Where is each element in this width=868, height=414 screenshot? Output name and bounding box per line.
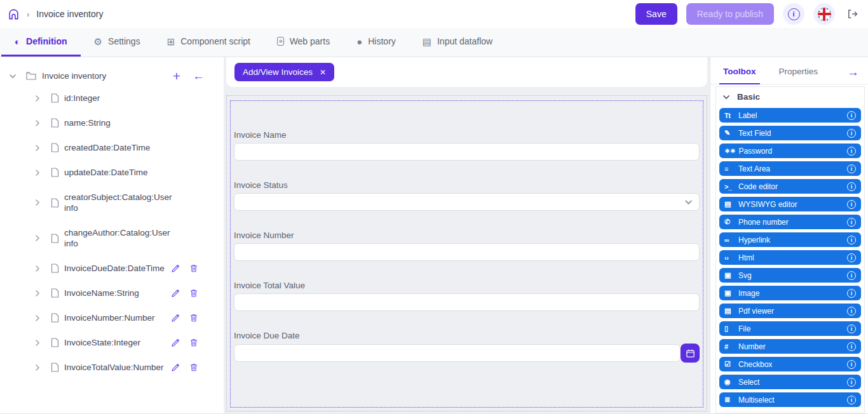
calendar-button[interactable]	[681, 344, 700, 363]
edit-icon[interactable]	[171, 288, 180, 298]
logout-icon[interactable]	[846, 8, 858, 20]
toolbox-item-image[interactable]: ▣ Image i	[719, 286, 861, 300]
toolbox-item-pdf-viewer[interactable]: ▤ Pdf viewer i	[719, 304, 861, 318]
info-icon[interactable]: i	[847, 147, 856, 156]
chevron-right-icon[interactable]	[34, 170, 41, 176]
edit-icon[interactable]	[171, 313, 180, 323]
info-icon[interactable]: i	[847, 289, 856, 298]
home-icon[interactable]	[8, 8, 20, 20]
info-icon[interactable]: i	[847, 378, 856, 387]
edit-icon[interactable]	[171, 264, 180, 273]
toolbox-item-label[interactable]: Tt Label i	[719, 108, 861, 123]
info-icon[interactable]: i	[847, 182, 856, 191]
toolbox-item-text-field[interactable]: ✎ Text Field i	[719, 126, 861, 140]
delete-icon[interactable]	[189, 363, 198, 372]
toolbox-item-text-area[interactable]: ≡ Text Area i	[719, 161, 861, 176]
tab-component-script[interactable]: ⊞ Component script	[154, 28, 264, 57]
toolbox-item-code-editor[interactable]: >_ Code editor i	[719, 179, 861, 194]
info-icon[interactable]: i	[847, 271, 856, 280]
toolbox-item-select[interactable]: ◉ Select i	[719, 375, 861, 389]
toolbox-item-file[interactable]: ▯ File i	[719, 321, 861, 336]
select-input[interactable]	[234, 193, 700, 211]
toolbox-item-svg[interactable]: ▣ Svg i	[719, 268, 861, 283]
info-button[interactable]: i	[783, 3, 804, 25]
chevron-right-icon[interactable]	[34, 145, 41, 151]
text-field-icon: ✎	[724, 129, 735, 137]
chevron-right-icon[interactable]	[34, 315, 41, 321]
tree-item[interactable]: creatorSubject:Catalog:User info	[6, 185, 224, 220]
tree-item[interactable]: InvoiceName:String	[6, 281, 224, 305]
canvas-outer-dropzone[interactable]: Invoice Name Invoice Status Invoice	[226, 95, 707, 411]
canvas-tab[interactable]: Add/View Invoices ✕	[234, 63, 334, 81]
chevron-right-icon[interactable]	[34, 199, 41, 206]
delete-icon[interactable]	[189, 313, 198, 323]
chevron-right-icon[interactable]	[34, 265, 41, 272]
text-input[interactable]	[234, 143, 700, 161]
info-icon[interactable]: i	[847, 164, 856, 173]
hyperlink-icon: ∞	[724, 236, 735, 244]
toolbox-item-number[interactable]: # Number i	[719, 339, 861, 354]
info-icon[interactable]: i	[847, 129, 856, 138]
ready-to-publish-button[interactable]: Ready to publish	[686, 3, 774, 25]
info-icon[interactable]: i	[847, 396, 856, 404]
toolbox-item-hyperlink[interactable]: ∞ Hyperlink i	[719, 232, 861, 247]
tab-input-dataflow[interactable]: ▤ Input dataflow	[409, 28, 506, 57]
toolbox-item-checkbox[interactable]: ☑ Checkbox i	[719, 357, 861, 371]
tree-item[interactable]: InvoiceTotalValue:Number	[6, 355, 224, 380]
tree-item[interactable]: InvoiceState:Integer	[6, 330, 224, 355]
toolbox-item-wysiwyg-editor[interactable]: ▤ WYSIWYG editor i	[719, 197, 861, 211]
toolbox-section-header[interactable]: Basic	[716, 87, 864, 106]
info-icon[interactable]: i	[847, 307, 856, 316]
language-button[interactable]	[813, 3, 835, 25]
tree-item[interactable]: updateDate:DateTime	[6, 160, 224, 185]
collapse-panel-icon[interactable]: ←	[193, 70, 205, 82]
info-icon[interactable]: i	[847, 218, 856, 227]
tree-item[interactable]: id:Integer	[6, 86, 224, 110]
tree-item[interactable]: name:String	[6, 110, 224, 135]
tree-root-row[interactable]: Invoice inventory + ←	[6, 66, 224, 86]
chevron-right-icon[interactable]	[34, 290, 41, 297]
tree-item[interactable]: InvoiceDueDate:DateTime	[6, 256, 224, 281]
tab-definition[interactable]: ◐ Definition	[1, 28, 81, 57]
info-icon[interactable]: i	[847, 324, 856, 333]
delete-icon[interactable]	[189, 288, 198, 298]
edit-icon[interactable]	[171, 338, 180, 347]
toolbox-item-password[interactable]: ∗∗ Password i	[719, 144, 861, 158]
tree-item[interactable]: changeAuthor:Catalog:User info	[6, 220, 224, 256]
info-icon[interactable]: i	[847, 200, 856, 209]
add-field-button[interactable]: +	[173, 69, 180, 83]
chevron-right-icon[interactable]	[34, 95, 41, 102]
panel-tab-toolbox[interactable]: Toolbox	[719, 67, 760, 84]
toolbox-item-html[interactable]: ‹› Html i	[719, 250, 861, 265]
chevron-right-icon[interactable]	[34, 364, 41, 371]
info-icon[interactable]: i	[847, 360, 856, 369]
toolbox-item-phone-number[interactable]: ✆ Phone number i	[719, 215, 861, 229]
delete-icon[interactable]	[189, 338, 198, 347]
tree-item[interactable]: createdDate:DateTime	[6, 135, 224, 160]
info-icon[interactable]: i	[847, 253, 856, 262]
collapse-panel-arrow-icon[interactable]: →	[847, 66, 859, 84]
close-icon[interactable]: ✕	[320, 69, 326, 76]
chevron-right-icon[interactable]	[34, 235, 41, 241]
panel-tab-properties[interactable]: Properties	[775, 67, 822, 84]
tab-settings[interactable]: ⚙ Settings	[81, 28, 154, 57]
toolbox-item-label: Text Area	[738, 164, 847, 173]
info-icon[interactable]: i	[847, 342, 856, 351]
chevron-down-icon[interactable]	[9, 72, 17, 80]
info-icon[interactable]: i	[847, 236, 856, 244]
text-input[interactable]	[234, 243, 700, 261]
canvas-form-dropzone[interactable]: Invoice Name Invoice Status Invoice	[230, 100, 703, 408]
tree-item[interactable]: InvoiceNumber:Number	[6, 305, 224, 330]
chevron-right-icon[interactable]	[34, 340, 41, 346]
text-input[interactable]	[234, 293, 700, 311]
toolbox-item-label: Password	[738, 147, 847, 156]
toolbox-item-multiselect[interactable]: ≣ Multiselect i	[719, 392, 861, 407]
tab-history[interactable]: ● History	[343, 28, 409, 57]
edit-icon[interactable]	[171, 363, 180, 372]
delete-icon[interactable]	[189, 264, 198, 273]
date-input[interactable]	[234, 344, 681, 362]
info-icon[interactable]: i	[847, 111, 856, 120]
chevron-right-icon[interactable]	[34, 120, 41, 126]
save-button[interactable]: Save	[635, 3, 677, 25]
tab-web-parts[interactable]: ‹› Web parts	[264, 28, 343, 57]
